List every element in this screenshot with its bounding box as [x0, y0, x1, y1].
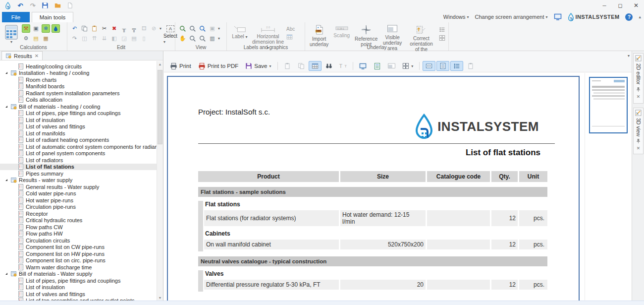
- tree-item[interactable]: Heating/cooling circuits: [0, 63, 157, 70]
- column-settings-icon[interactable]: [309, 61, 322, 71]
- tree-item[interactable]: List of automatic control system compone…: [0, 143, 157, 150]
- new-document-icon[interactable]: [66, 1, 74, 9]
- tree-item[interactable]: List of radiators: [0, 157, 157, 164]
- view-page-icon[interactable]: [371, 61, 384, 71]
- tab-3d-view[interactable]: 3D view ✕: [633, 108, 644, 154]
- zoom-window-icon[interactable]: [198, 34, 207, 43]
- tree-item[interactable]: Hot water pipe-runs: [0, 197, 157, 204]
- page-thumbnail[interactable]: [589, 77, 628, 133]
- tree-group[interactable]: Bill of materials - Water supply: [0, 271, 157, 278]
- tree-item[interactable]: Cold water pipe-runs: [0, 190, 157, 197]
- expander-icon[interactable]: [5, 72, 7, 74]
- tree-scrollbar[interactable]: ▲ ▼: [157, 61, 163, 301]
- tree-item[interactable]: List of pipes, pipe fittings and couplin…: [0, 277, 157, 284]
- scroll-down-icon[interactable]: ▼: [157, 295, 163, 301]
- arrange-icon[interactable]: ╦: [130, 24, 138, 33]
- tree-item[interactable]: List of insulation: [0, 284, 157, 291]
- windows-menu[interactable]: Windows▾: [443, 14, 469, 20]
- tree-item[interactable]: Radiant system installation parameters: [0, 90, 157, 97]
- tree-item[interactable]: List of manifolds: [0, 130, 157, 137]
- fit-width-icon[interactable]: [423, 61, 435, 71]
- undo-edit-icon[interactable]: ↶: [70, 24, 79, 33]
- close-button[interactable]: ✕: [628, 0, 644, 11]
- view-multipage-icon[interactable]: ▾: [399, 61, 416, 71]
- print-button[interactable]: Print: [167, 61, 194, 71]
- tree-item[interactable]: List of panel system components: [0, 150, 157, 157]
- calc-options-icon[interactable]: ⚙: [22, 34, 30, 43]
- zoom-page-icon[interactable]: [198, 24, 207, 33]
- zoom-out-icon[interactable]: [188, 34, 197, 43]
- tree-item[interactable]: List of pipes, pipe fittings and couplin…: [0, 110, 157, 117]
- outline-toggle-icon[interactable]: [450, 61, 463, 71]
- tree-item[interactable]: Component list on HW pipe-runs: [0, 250, 157, 257]
- paste-icon[interactable]: [90, 24, 99, 33]
- open-folder-icon[interactable]: [54, 1, 61, 9]
- calc-water-icon[interactable]: [52, 24, 60, 33]
- tree-item[interactable]: Flow paths HW: [0, 231, 157, 238]
- calculations-button[interactable]: ▾: [3, 24, 20, 44]
- view-more-dropdown[interactable]: ▾: [218, 26, 220, 31]
- save-icon[interactable]: [41, 1, 49, 9]
- view-wide-icon[interactable]: [385, 61, 398, 71]
- save-report-button[interactable]: Save ▾: [242, 61, 274, 71]
- page-thumbnails-toggle-icon[interactable]: [436, 61, 449, 71]
- tree-item-selected[interactable]: List of flat stations: [0, 164, 157, 171]
- edit-more-dropdown[interactable]: ▾: [160, 26, 161, 31]
- close-2d-editor-icon[interactable]: ✕: [637, 94, 641, 99]
- pin-icon[interactable]: [636, 87, 641, 92]
- tab-results[interactable]: Results ✕: [1, 51, 43, 60]
- tree-item[interactable]: Pipes summary: [0, 170, 157, 177]
- calc-results-icon[interactable]: ▦: [42, 34, 50, 43]
- tree-item[interactable]: List of insulation: [0, 117, 157, 123]
- tree-item[interactable]: General results - Water supply: [0, 183, 157, 190]
- tree-item[interactable]: Circulation pipe-runs: [0, 204, 157, 211]
- tree-item[interactable]: Component list on CW pipe-runs: [0, 244, 157, 251]
- tab-main-tools[interactable]: Main tools: [32, 12, 73, 22]
- calc-structure-icon[interactable]: ▣: [32, 24, 40, 33]
- scroll-up-icon[interactable]: ▲: [157, 61, 163, 67]
- expander-icon[interactable]: [5, 106, 7, 108]
- tree-item[interactable]: Warm water discharge time: [0, 264, 157, 271]
- scrollbar-thumb[interactable]: [158, 70, 162, 144]
- undo-icon[interactable]: ↶: [16, 1, 24, 9]
- zoom-in-icon[interactable]: [178, 24, 187, 33]
- app-logo-icon[interactable]: [4, 1, 12, 9]
- panel-menu-dropdown[interactable]: ▾: [628, 54, 630, 58]
- tree-item[interactable]: List of valves and fittings: [0, 291, 157, 298]
- calc-cooling-icon[interactable]: ❄: [42, 24, 50, 33]
- tree-group[interactable]: Results - water supply: [0, 177, 157, 184]
- zoom-select-icon[interactable]: ▥: [208, 34, 216, 43]
- find-icon[interactable]: [322, 61, 335, 71]
- minimize-button[interactable]: ─: [596, 0, 612, 11]
- tab-file[interactable]: File: [2, 12, 30, 22]
- zoom-icon[interactable]: [188, 24, 197, 33]
- print-to-pdf-button[interactable]: Print to PDF: [195, 61, 242, 71]
- expander-icon[interactable]: [5, 179, 7, 181]
- tree-item[interactable]: Receptor: [0, 210, 157, 217]
- tree-group[interactable]: Installation - heating / cooling: [0, 70, 157, 77]
- tree-item[interactable]: Circulation circuits: [0, 237, 157, 244]
- tree-item[interactable]: List of valves and fittings: [0, 123, 157, 130]
- pin-icon[interactable]: [636, 138, 641, 144]
- tree-item[interactable]: Room charts: [0, 76, 157, 83]
- pan-icon[interactable]: ✋: [178, 34, 187, 43]
- zoom-more-dropdown[interactable]: ▾: [218, 36, 220, 41]
- monitor-icon[interactable]: [554, 13, 562, 21]
- tab-2d-editor[interactable]: 2D editor ✕: [633, 53, 644, 104]
- screen-arrangement-menu[interactable]: Change screen arrangement▾: [475, 14, 547, 20]
- copy-icon[interactable]: [80, 24, 89, 33]
- close-3d-view-icon[interactable]: ✕: [637, 146, 641, 151]
- calc-heating-icon[interactable]: ⚒: [22, 24, 30, 33]
- tree-item[interactable]: Critical hydraulic routes: [0, 217, 157, 224]
- maximize-button[interactable]: ◻: [612, 0, 628, 11]
- calc-diagnostics-icon[interactable]: ▤: [32, 34, 40, 43]
- tree-item[interactable]: Flow paths CW: [0, 224, 157, 231]
- close-tab-icon[interactable]: ✕: [35, 53, 39, 59]
- tree-group[interactable]: Bill of materials - heating / cooling: [0, 103, 157, 110]
- collapse-ribbon-icon[interactable]: ▴: [639, 14, 641, 19]
- tree-item[interactable]: Coils allocation: [0, 97, 157, 104]
- tree-item[interactable]: List of radiant heating components: [0, 137, 157, 144]
- expander-icon[interactable]: [5, 273, 7, 275]
- align-icon[interactable]: ╥: [120, 24, 128, 33]
- delete-icon[interactable]: ✖: [110, 24, 118, 33]
